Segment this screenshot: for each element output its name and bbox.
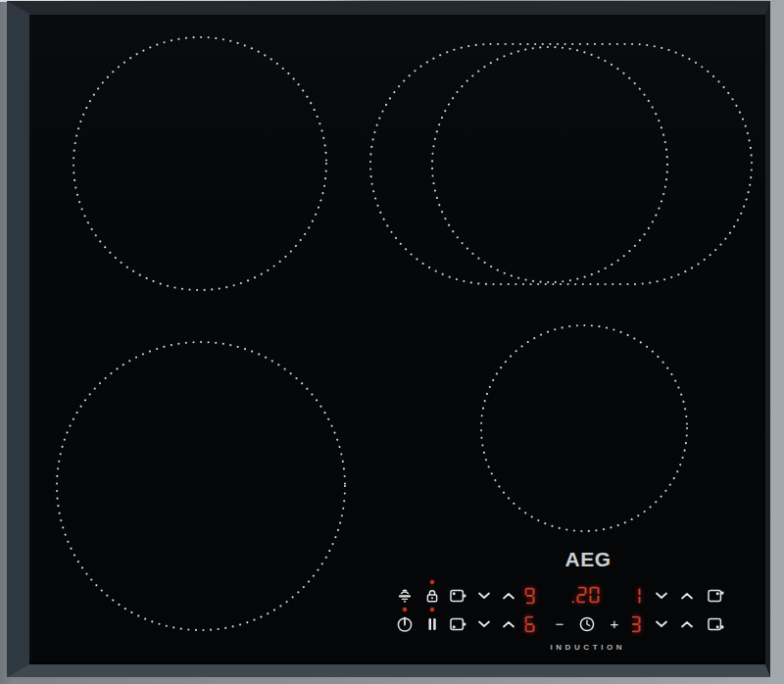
power-down-rear-right-icon[interactable] (656, 592, 668, 600)
display-timer (572, 587, 603, 604)
timer-minus-key[interactable]: − (556, 616, 564, 631)
power-up-rear-left-icon[interactable] (503, 592, 515, 600)
zone-selector-front-right-icon[interactable] (708, 617, 725, 631)
display-rear-left-power (525, 588, 538, 605)
power-on-off-icon[interactable] (397, 616, 414, 633)
display-front-right-power (631, 616, 644, 633)
zone-selector-rear-left-icon[interactable] (450, 589, 467, 603)
power-up-front-right-icon[interactable] (681, 620, 694, 628)
display-rear-right-power (631, 588, 644, 605)
brand-logo: AEG (564, 548, 611, 571)
hob2hood-signal-icon[interactable] (396, 588, 414, 604)
power-down-front-right-icon[interactable] (656, 620, 668, 628)
induction-label: INDUCTION (547, 643, 625, 652)
timer-clock-icon[interactable] (579, 616, 596, 633)
power-active-indicator (403, 608, 407, 611)
power-down-front-left-icon[interactable] (478, 620, 491, 628)
pause-active-indicator (430, 608, 434, 611)
power-up-rear-right-icon[interactable] (681, 592, 694, 600)
lock-icon[interactable] (425, 588, 439, 604)
power-up-front-left-icon[interactable] (503, 620, 515, 628)
zone-selector-rear-right-icon[interactable] (708, 589, 725, 603)
display-front-left-power (525, 616, 538, 633)
zone-selector-front-left-icon[interactable] (450, 617, 467, 631)
ceramic-glass-surface (29, 14, 765, 664)
induction-hob-photo: { "brand": { "logo_text": "AEG", "produc… (0, 0, 784, 684)
pause-icon[interactable] (427, 617, 438, 631)
power-down-rear-left-icon[interactable] (478, 592, 491, 600)
lock-active-indicator (430, 580, 434, 584)
timer-plus-key[interactable]: + (611, 616, 619, 631)
hob-trim-frame (7, 1, 770, 677)
